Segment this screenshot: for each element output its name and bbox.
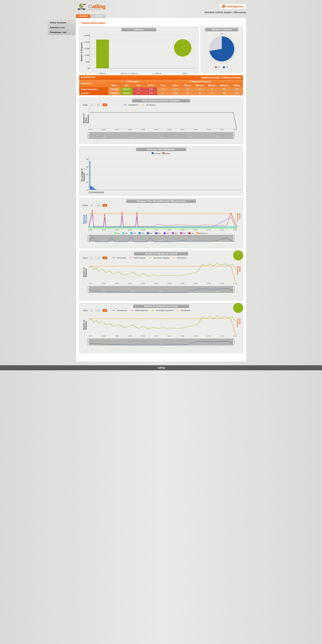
legend-numreq: KO OK bbox=[213, 65, 230, 69]
zoom-1m[interactable]: 1m bbox=[89, 104, 94, 106]
zoom-controls: Zoom 1m 10m All GatlingDemo All Sessions bbox=[83, 104, 239, 106]
page-title: Global Information bbox=[79, 22, 243, 24]
panel-title-numreq: Number of requests bbox=[205, 28, 238, 31]
svg-point-0 bbox=[79, 4, 84, 8]
navigator[interactable]: ≡ 16:4516:5016:5517:0017:05 ≡ bbox=[89, 235, 234, 242]
sidenav-item-responses[interactable]: Responses / sec bbox=[48, 30, 75, 34]
logo-icon bbox=[76, 2, 87, 10]
tab-details[interactable]: DETAILS bbox=[91, 14, 106, 18]
svg-rect-6 bbox=[83, 4, 86, 5]
navigator[interactable]: ≡ 16:4516:5016:5517:0017:05 ≡ bbox=[89, 132, 234, 139]
panel-responses-sec: Number of responses per second Zoom 1m 1… bbox=[79, 303, 243, 353]
zoom-all[interactable]: All bbox=[103, 204, 107, 207]
chart-indicators: Number of Requests 0k 500k 1,000k 1,500k… bbox=[81, 32, 197, 71]
swatch-ok bbox=[223, 66, 225, 68]
x-axis: 16:4216:4416:4616:4816:5016:5216:5416:56… bbox=[89, 129, 237, 131]
svg-point-5 bbox=[83, 8, 85, 10]
col-ko[interactable]: KO bbox=[133, 84, 145, 88]
sidenav: Active Sessions Requests / sec Responses… bbox=[48, 20, 75, 34]
panel-num-requests: Number of requests 2M KO OK bbox=[200, 26, 243, 73]
table-row: Global Information 2000000 2000000 0 0 %… bbox=[79, 88, 243, 91]
col-reqs[interactable]: Req/s bbox=[231, 84, 243, 88]
simulation-badge: GatlingDemo bbox=[220, 4, 246, 9]
col-std[interactable]: Std Dev bbox=[194, 84, 206, 88]
link-expand[interactable]: Expand all groups bbox=[201, 76, 220, 78]
link-collapse[interactable]: Collapse all groups bbox=[221, 76, 241, 78]
target-icon bbox=[222, 5, 226, 8]
col-total[interactable]: Total bbox=[108, 84, 120, 88]
col-mean[interactable]: Mean bbox=[182, 84, 194, 88]
panel-statistics: ▶ STATISTICS Expand all groups | Collaps… bbox=[79, 75, 243, 95]
svg-point-4 bbox=[78, 8, 80, 10]
footer: Gatling bbox=[0, 365, 322, 370]
pie-num-requests: 2M bbox=[207, 34, 236, 63]
zoom-1m[interactable]: 1m bbox=[89, 204, 94, 207]
logo: Gatling STRESS TOOL bbox=[76, 2, 106, 10]
nav-handle-right[interactable]: ≡ bbox=[232, 132, 234, 139]
timestamp: 2014-08-06 14:40:42, duration : 1509 sec… bbox=[76, 11, 246, 14]
col-p95[interactable]: 95th pct bbox=[206, 84, 218, 88]
panel-indicators: Indicators Number of Requests 0k 500k 1,… bbox=[79, 26, 198, 73]
nav-handle-left[interactable]: ≡ bbox=[88, 132, 90, 139]
panel-active-sessions: Active Sessions along the Simulation Zoo… bbox=[79, 98, 243, 144]
col-p99[interactable]: 99th pct bbox=[218, 84, 230, 88]
swatch-ko bbox=[215, 66, 217, 68]
panel-percentiles: Response Time Percentiles over Time (suc… bbox=[79, 198, 243, 248]
header: Gatling STRESS TOOL GatlingDemo bbox=[76, 0, 246, 11]
col-max[interactable]: Max bbox=[170, 84, 182, 88]
stats-title: STATISTICS bbox=[83, 76, 96, 78]
col-kop[interactable]: % KO bbox=[145, 84, 157, 88]
panel-resp-dist: Response Time Distribution Success Failu… bbox=[79, 146, 243, 196]
brand-name: Gatling bbox=[88, 4, 106, 10]
legend-percentiles: min25%50%75%80%85%90%95%99%maxAll Sessio… bbox=[83, 232, 239, 234]
tab-global[interactable]: GLOBAL bbox=[76, 14, 90, 18]
col-requests[interactable]: Requests ▲ bbox=[79, 80, 108, 88]
content: Active Sessions Requests / sec Responses… bbox=[76, 18, 246, 362]
bar-lt800 bbox=[96, 40, 109, 68]
col-min[interactable]: Min bbox=[157, 84, 169, 88]
sidenav-item-active-sessions[interactable]: Active Sessions bbox=[48, 20, 75, 25]
table-row: request_0 2000000 2000000 0 0 % 2 1102 1… bbox=[79, 91, 243, 95]
svg-point-2 bbox=[82, 4, 83, 5]
panel-title-indicators: Indicators bbox=[122, 28, 156, 31]
col-ok[interactable]: OK bbox=[120, 84, 132, 88]
pie-indicators bbox=[174, 39, 192, 56]
sidenav-item-requests[interactable]: Requests / sec bbox=[48, 25, 75, 30]
tabs: GLOBAL DETAILS bbox=[76, 14, 246, 18]
zoom-10m[interactable]: 10m bbox=[96, 104, 102, 106]
y-axis-label: Number of Requests bbox=[80, 42, 83, 61]
zoom-all[interactable]: All bbox=[103, 104, 107, 106]
zoom-10m[interactable]: 10m bbox=[96, 204, 102, 207]
stats-table: Requests ▲ ↻ Executions ⏱ Response Time … bbox=[79, 80, 243, 95]
panel-requests-sec: Number of requests per second Zoom 1m 10… bbox=[79, 250, 243, 301]
simulation-name: GatlingDemo bbox=[226, 5, 244, 8]
